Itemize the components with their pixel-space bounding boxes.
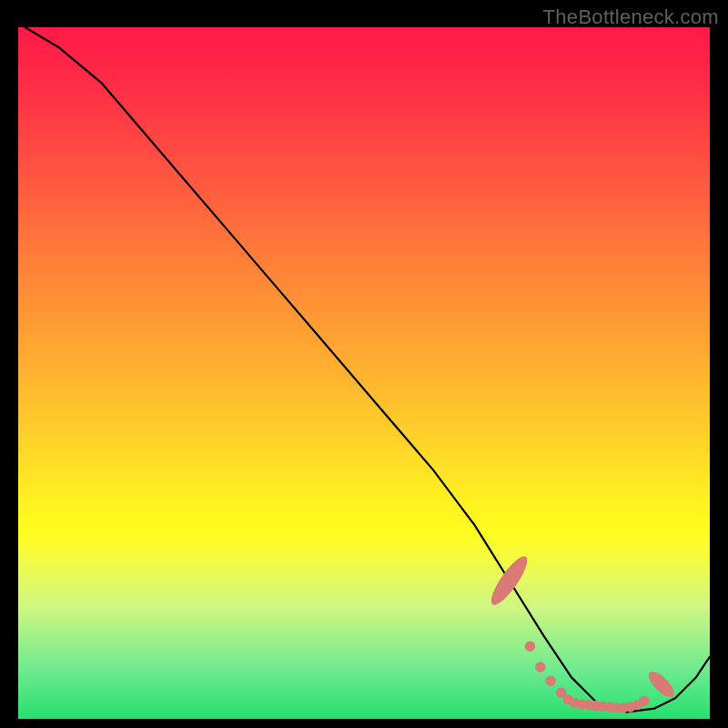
chart-plot-area <box>18 27 710 719</box>
marker-cluster-left <box>486 552 533 610</box>
chart-svg-layer <box>18 27 710 719</box>
marker-dot <box>525 642 535 652</box>
marker-dot <box>535 662 545 672</box>
watermark-text: TheBottleneck.com <box>543 5 719 29</box>
marker-dot <box>639 696 649 706</box>
app-frame: TheBottleneck.com <box>0 0 728 728</box>
marker-dot <box>546 676 556 686</box>
chart-curve <box>25 27 710 712</box>
marker-cluster-right <box>645 668 679 702</box>
